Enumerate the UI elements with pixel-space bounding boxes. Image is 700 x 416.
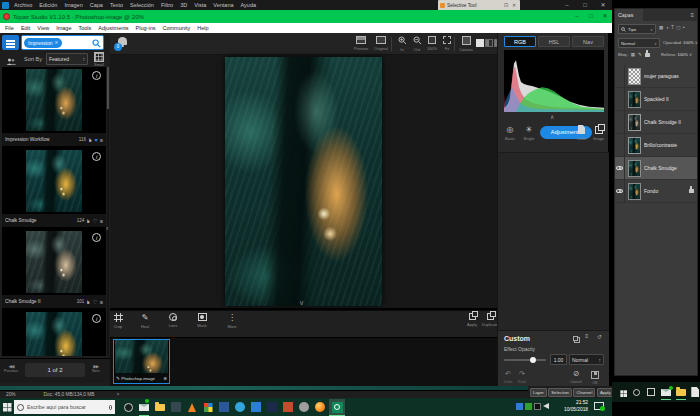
taskbar-app-office-icon[interactable] — [202, 401, 214, 413]
menu-texto[interactable]: Texto — [110, 2, 123, 8]
search-tag-close-icon[interactable]: ✕ — [54, 40, 58, 45]
preset-card-chalk-smudge-ii[interactable]: i Chalk Smudge II 101 ☛ ♡ ≡ — [2, 229, 106, 308]
favorite-icon[interactable]: ♡ — [93, 218, 98, 224]
visibility-toggle[interactable] — [615, 157, 625, 180]
menu-help[interactable]: Help — [197, 25, 208, 31]
lock-all-icon[interactable] — [645, 53, 650, 57]
ps-restore-button[interactable]: □ — [578, 0, 592, 10]
taskbar-app-word-icon[interactable] — [218, 401, 230, 413]
layer-row-spackled[interactable]: Spackled II — [615, 88, 697, 111]
layer-thumbnail[interactable] — [628, 114, 641, 131]
float-close-button[interactable]: ✕ — [510, 0, 518, 10]
heal-button[interactable]: ✎ Heal — [135, 313, 155, 329]
visibility-toggle[interactable] — [615, 88, 625, 111]
mask-button[interactable]: Mask — [192, 313, 212, 328]
menu-image[interactable]: Image — [56, 25, 71, 31]
visibility-toggle[interactable] — [615, 134, 625, 157]
layer-thumbnail[interactable] — [628, 68, 641, 85]
menu-edicion[interactable]: Edición — [39, 2, 57, 8]
zoom-100-button[interactable]: 100% — [424, 36, 440, 51]
taskbar-app-orange-icon[interactable] — [282, 401, 294, 413]
canvas-collapse-icon[interactable]: ∨ — [299, 299, 304, 307]
taskbar-app-settings-icon[interactable] — [298, 401, 310, 413]
tab-hsl[interactable]: HSL — [538, 36, 570, 47]
menu-adjustments[interactable]: Adjustments — [98, 25, 128, 31]
preset-thumbnail[interactable]: i — [2, 67, 106, 133]
lock-pixels-icon[interactable]: ✎ — [638, 52, 643, 57]
status-expand-icon[interactable]: > — [117, 392, 120, 397]
tab-nav[interactable]: Nav — [572, 36, 604, 47]
info-icon[interactable]: i — [92, 71, 101, 80]
edited-image[interactable] — [225, 57, 382, 306]
taskbar-app-explorer-icon[interactable] — [154, 401, 166, 413]
start-button[interactable] — [3, 403, 7, 407]
filter-smart-icon[interactable]: • — [683, 25, 685, 30]
edit-name-icon[interactable]: ✎ — [116, 376, 120, 381]
taskbar-app-code-icon[interactable] — [266, 401, 278, 413]
menu-capa[interactable]: Capa — [90, 2, 103, 8]
info-icon[interactable]: i — [92, 314, 101, 323]
menu-edit[interactable]: Edit — [21, 25, 30, 31]
opacity-slider-knob[interactable] — [530, 357, 536, 363]
apply-button[interactable]: Apply — [462, 313, 482, 327]
more-button[interactable]: ⋮ More — [222, 313, 242, 329]
preset-thumbnail[interactable]: i — [2, 310, 106, 356]
panel-menu-icon[interactable]: ≡ — [690, 9, 694, 21]
filmstrip-thumbnail-selected[interactable]: ✎ Photoshop-image ⊗ — [113, 339, 170, 384]
taskbar-app-firefox-icon[interactable] — [314, 401, 326, 413]
info-icon[interactable]: i — [92, 233, 101, 242]
preset-search-input[interactable]: Impression ✕ — [21, 35, 104, 50]
layer-thumbnail[interactable] — [628, 160, 641, 177]
layer-row-brillo-contraste[interactable]: Brillo/contraste — [615, 134, 697, 157]
layer-opacity-control[interactable]: Opacidad: 100% ∨ — [663, 40, 698, 45]
copy-effect-icon[interactable] — [574, 337, 580, 343]
preset-thumbnail[interactable]: i — [2, 148, 106, 214]
tab-rgb[interactable]: RGB — [504, 36, 536, 47]
card-menu-icon[interactable]: ≡ — [100, 137, 103, 143]
remove-image-icon[interactable]: ⊗ — [163, 376, 167, 381]
menu-filtro[interactable]: Filtro — [161, 2, 173, 8]
previous-page-button[interactable]: ◀◀ Previous — [4, 364, 18, 374]
view-split-button[interactable] — [485, 39, 493, 47]
scrollbar-thumb[interactable] — [107, 67, 109, 109]
taskbar-app-task-view-icon[interactable] — [122, 401, 134, 413]
menu-view[interactable]: View — [37, 25, 49, 31]
visibility-toggle[interactable] — [615, 65, 625, 88]
favorite-icon[interactable]: ♥ — [95, 137, 98, 143]
menu-file[interactable]: File — [5, 25, 14, 31]
filter-image-icon[interactable]: ▦ — [659, 25, 663, 30]
next-page-button[interactable]: ▶▶ Next — [92, 364, 99, 374]
target-layer-button[interactable]: Layer — [530, 388, 547, 397]
action-center-icon[interactable] — [594, 402, 604, 410]
crop-button[interactable]: Crop — [108, 313, 128, 329]
layer-thumbnail[interactable] — [628, 137, 641, 154]
menu-imagen[interactable]: Imagen — [64, 2, 82, 8]
topaz-titlebar[interactable]: Topaz Studio V1.10.5 - Photoshop-image @… — [0, 10, 612, 23]
maximize-button[interactable]: □ — [584, 10, 598, 23]
explorer-icon-2[interactable] — [676, 386, 686, 398]
preset-card-chalk-smudge[interactable]: i Chalk Smudge 124 ☛ ♡ ≡ — [2, 148, 106, 227]
close-button[interactable]: ✕ — [598, 10, 612, 23]
layer-thumbnail[interactable] — [628, 91, 641, 108]
selective-tool-window[interactable]: Selective Tool ⊡ ✕ — [438, 0, 520, 10]
ok-button[interactable]: OK — [588, 371, 602, 386]
layer-row-chalk-smudge-ii[interactable]: Chalk Smudge II — [615, 111, 697, 134]
bright-button[interactable]: ✳ Bright — [521, 125, 537, 141]
preview-button[interactable]: Preview — [353, 36, 369, 51]
zoom-level[interactable]: 20% — [6, 392, 16, 397]
tray-icon-3[interactable] — [534, 403, 541, 410]
favorite-icon[interactable]: ♡ — [93, 299, 98, 305]
basic-button[interactable]: ◎ Basic — [502, 125, 518, 141]
effect-menu-icon[interactable]: ≡ — [585, 333, 589, 339]
lock-transparent-icon[interactable]: ▦ — [631, 52, 636, 57]
volume-icon[interactable] — [543, 403, 549, 409]
tray-icon-1[interactable] — [516, 403, 523, 410]
taskbar-app-vlc-icon[interactable] — [186, 401, 198, 413]
layer-fill-control[interactable]: Relleno: 100% ∨ — [661, 52, 692, 57]
layer-row-chalk-smudge-selected[interactable]: Chalk Smudge — [615, 157, 697, 180]
taskbar-app-edge-icon[interactable] — [234, 401, 246, 413]
sidebar-menu-button[interactable] — [2, 35, 19, 50]
layer-blend-mode-dropdown[interactable]: Normal ∨ — [618, 38, 660, 48]
menu-ayuda[interactable]: Ayuda — [241, 2, 257, 8]
start-button-2[interactable] — [617, 386, 627, 398]
